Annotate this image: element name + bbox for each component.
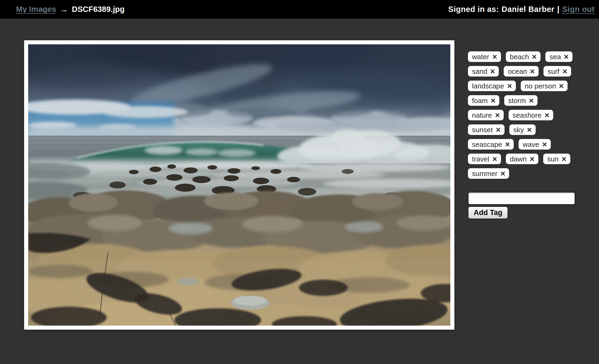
- close-icon: [562, 69, 567, 74]
- tag-pill: summer: [468, 168, 509, 179]
- signed-in-label: Signed in as:: [448, 5, 499, 14]
- tag-pill: storm: [504, 95, 538, 106]
- tag-row: foamstorm: [468, 95, 599, 106]
- tag-pill: seashore: [509, 110, 553, 120]
- remove-tag-button[interactable]: [532, 54, 537, 59]
- tag-label: sky: [513, 126, 524, 133]
- tag-pill: seascape: [468, 139, 514, 150]
- tag-row: traveldawnsun: [468, 154, 599, 164]
- close-icon: [507, 84, 512, 88]
- close-icon: [564, 54, 569, 59]
- breadcrumb-arrow-icon: →: [60, 5, 68, 14]
- tag-pill: nature: [468, 110, 504, 120]
- tag-label: summer: [472, 170, 497, 177]
- tag-pill: dawn: [506, 154, 538, 164]
- close-icon: [490, 69, 495, 74]
- tag-row: seascapewave: [468, 139, 599, 150]
- top-bar: My Images → DSCF6389.jpg Signed in as: D…: [0, 0, 599, 19]
- close-icon: [562, 157, 567, 161]
- new-tag-input[interactable]: [468, 192, 575, 205]
- tag-pill: foam: [468, 95, 499, 106]
- sign-out-link[interactable]: Sign out: [562, 5, 595, 14]
- close-icon: [530, 157, 535, 161]
- remove-tag-button[interactable]: [505, 142, 510, 147]
- remove-tag-button[interactable]: [490, 69, 495, 74]
- tag-label: surf: [548, 68, 559, 75]
- tag-label: sand: [472, 68, 487, 75]
- my-images-link[interactable]: My Images: [16, 5, 56, 14]
- tag-label: storm: [508, 97, 526, 104]
- tag-label: sea: [549, 53, 561, 60]
- close-icon: [492, 54, 497, 59]
- tag-pill: sun: [543, 154, 570, 164]
- current-file-name: DSCF6389.jpg: [72, 5, 125, 14]
- remove-tag-button[interactable]: [564, 54, 569, 59]
- close-icon: [491, 98, 496, 103]
- close-icon: [532, 54, 537, 59]
- remove-tag-button[interactable]: [491, 98, 496, 103]
- tag-label: landscape: [472, 82, 504, 90]
- tag-label: nature: [472, 112, 492, 119]
- remove-tag-button[interactable]: [562, 157, 567, 161]
- breadcrumb: My Images → DSCF6389.jpg: [16, 5, 125, 14]
- close-icon: [542, 142, 547, 147]
- tag-label: water: [472, 53, 489, 60]
- add-tag-button[interactable]: Add Tag: [468, 206, 508, 219]
- tag-label: seascape: [472, 141, 502, 148]
- close-icon: [529, 98, 534, 103]
- tag-pill: sky: [509, 124, 536, 135]
- remove-tag-button[interactable]: [545, 113, 549, 118]
- tag-row: waterbeachsea: [468, 51, 599, 62]
- tag-pill: water: [468, 51, 501, 62]
- tag-label: wave: [523, 141, 539, 148]
- tag-row: summer: [468, 168, 599, 179]
- tag-pill: wave: [519, 139, 551, 150]
- remove-tag-button[interactable]: [530, 69, 535, 74]
- tag-label: beach: [510, 53, 529, 60]
- tag-label: ocean: [508, 68, 527, 75]
- remove-tag-button[interactable]: [507, 84, 512, 88]
- tag-label: seashore: [513, 112, 542, 119]
- tag-pill: landscape: [468, 81, 516, 91]
- remove-tag-button[interactable]: [496, 127, 501, 132]
- photo-image: [28, 44, 450, 326]
- tag-pill: sunset: [468, 124, 504, 135]
- close-icon: [492, 157, 497, 161]
- close-icon: [495, 113, 500, 118]
- tag-pill: beach: [506, 51, 541, 62]
- session-info: Signed in as: Daniel Barber | Sign out: [448, 5, 595, 14]
- remove-tag-button[interactable]: [527, 127, 532, 132]
- tag-label: sunset: [472, 126, 493, 133]
- tag-pill: travel: [468, 154, 501, 164]
- session-divider: |: [557, 5, 559, 14]
- remove-tag-button[interactable]: [559, 84, 564, 88]
- tag-list: waterbeachseasandoceansurflandscapeno pe…: [468, 51, 599, 183]
- tag-pill: sea: [545, 51, 572, 62]
- remove-tag-button[interactable]: [529, 98, 534, 103]
- tag-label: no person: [525, 82, 556, 90]
- tag-label: sun: [547, 155, 559, 163]
- tag-label: foam: [472, 97, 488, 104]
- remove-tag-button[interactable]: [562, 69, 567, 74]
- tag-label: dawn: [510, 155, 527, 163]
- tag-pill: surf: [543, 66, 571, 77]
- tag-row: sunsetsky: [468, 124, 599, 135]
- remove-tag-button[interactable]: [542, 142, 547, 147]
- photo-frame: [24, 40, 454, 330]
- tag-pill: no person: [521, 81, 568, 91]
- close-icon: [530, 69, 535, 74]
- remove-tag-button[interactable]: [492, 157, 497, 161]
- remove-tag-button[interactable]: [500, 171, 505, 176]
- remove-tag-button[interactable]: [492, 54, 497, 59]
- tag-row: sandoceansurf: [468, 66, 599, 77]
- close-icon: [559, 84, 564, 88]
- user-name: Daniel Barber: [502, 5, 554, 14]
- tag-row: landscapeno person: [468, 81, 599, 91]
- close-icon: [527, 127, 532, 132]
- remove-tag-button[interactable]: [495, 113, 500, 118]
- close-icon: [496, 127, 501, 132]
- close-icon: [505, 142, 510, 147]
- tag-label: travel: [472, 155, 489, 163]
- remove-tag-button[interactable]: [530, 157, 535, 161]
- close-icon: [500, 171, 505, 176]
